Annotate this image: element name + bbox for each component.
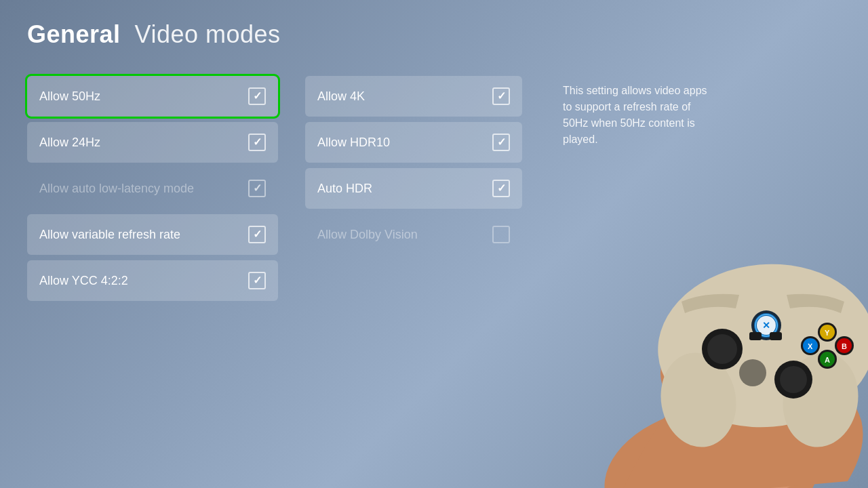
setting-label-allow-4k: Allow 4K (317, 89, 365, 104)
setting-row-allow-ycc[interactable]: Allow YCC 4:2:2 (27, 260, 278, 301)
info-panel: This setting allows video apps to suppor… (549, 76, 726, 155)
checkbox-allow-50hz[interactable] (248, 87, 266, 105)
checkbox-allow-auto-low-latency[interactable] (248, 180, 266, 197)
info-text: This setting allows video apps to suppor… (563, 83, 712, 148)
setting-row-allow-4k[interactable]: Allow 4K (305, 76, 522, 117)
right-settings-column: Allow 4KAllow HDR10Auto HDRAllow Dolby V… (305, 76, 522, 255)
setting-row-allow-50hz[interactable]: Allow 50Hz (27, 76, 278, 117)
setting-row-auto-hdr[interactable]: Auto HDR (305, 168, 522, 209)
page-title: General Video modes (27, 20, 841, 49)
content-area: Allow 50HzAllow 24HzAllow auto low-laten… (27, 76, 841, 301)
left-settings-column: Allow 50HzAllow 24HzAllow auto low-laten… (27, 76, 278, 301)
section-name: General (27, 20, 121, 48)
video-modes-title: Video modes (127, 20, 281, 48)
setting-label-allow-50hz: Allow 50Hz (39, 89, 100, 104)
checkbox-allow-24hz[interactable] (248, 134, 266, 151)
setting-row-allow-dolby-vision[interactable]: Allow Dolby Vision (305, 214, 522, 255)
page-container: General Video modes Allow 50HzAllow 24Hz… (0, 0, 868, 488)
setting-row-allow-24hz[interactable]: Allow 24Hz (27, 122, 278, 163)
setting-label-allow-hdr10: Allow HDR10 (317, 136, 390, 150)
checkbox-allow-variable-refresh-rate[interactable] (248, 226, 266, 243)
setting-label-allow-24hz: Allow 24Hz (39, 136, 100, 150)
setting-row-allow-auto-low-latency[interactable]: Allow auto low-latency mode (27, 168, 278, 209)
setting-label-allow-auto-low-latency: Allow auto low-latency mode (39, 182, 194, 196)
setting-row-allow-variable-refresh-rate[interactable]: Allow variable refresh rate (27, 214, 278, 255)
checkbox-allow-hdr10[interactable] (492, 134, 510, 151)
checkbox-allow-ycc[interactable] (248, 272, 266, 289)
setting-label-allow-dolby-vision: Allow Dolby Vision (317, 228, 418, 242)
page-header: General Video modes (27, 20, 841, 49)
setting-label-allow-variable-refresh-rate: Allow variable refresh rate (39, 228, 180, 242)
checkbox-allow-dolby-vision[interactable] (492, 226, 510, 243)
checkbox-allow-4k[interactable] (492, 87, 510, 105)
setting-label-allow-ycc: Allow YCC 4:2:2 (39, 274, 128, 288)
setting-label-auto-hdr: Auto HDR (317, 182, 372, 196)
setting-row-allow-hdr10[interactable]: Allow HDR10 (305, 122, 522, 163)
checkbox-auto-hdr[interactable] (492, 180, 510, 197)
